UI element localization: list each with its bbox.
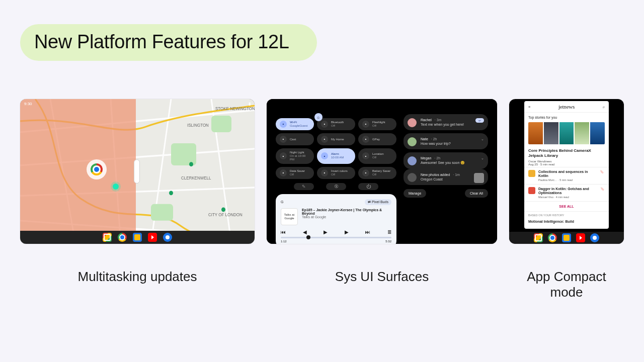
media-progress[interactable] (281, 237, 391, 238)
media-rew-icon[interactable]: ◀ (303, 229, 307, 235)
svg-rect-2 (211, 116, 231, 132)
settings-icon[interactable] (163, 233, 172, 242)
qs-tile-alarm[interactable]: •Alarm10:00 AM (317, 148, 355, 164)
tablet-multitasking: ISLINGTON CLERKENWELL STOKE NEWINGTON CI… (20, 99, 255, 244)
tile-icon: • (321, 136, 328, 143)
notification[interactable]: Megan · 2hAwesome! See you soon 😊⌄ (404, 152, 488, 169)
search-icon[interactable]: ⌕ (603, 105, 605, 109)
chevron-down-icon[interactable]: ⌄ (481, 137, 484, 141)
tile-icon: • (321, 152, 328, 159)
media-next-icon[interactable]: ⏭ (365, 229, 370, 235)
hero-title[interactable]: Core Principles Behind CameraX Jetpack L… (524, 146, 609, 160)
manage-button[interactable]: Manage (404, 189, 426, 198)
settings-icon[interactable] (590, 233, 599, 242)
qs-tile-night-light[interactable]: •Night LightOn at 10:00 PM (276, 148, 314, 164)
article-item[interactable]: Collections and sequences in KotlinPaoli… (524, 167, 609, 184)
see-all-link[interactable]: SEE ALL (524, 201, 609, 211)
qs-tile-wi-fi[interactable]: •Wi-FiGoogleGuest (276, 118, 314, 130)
qs-edit-button[interactable]: ✎ (294, 183, 314, 190)
status-time: 9:30 (24, 102, 32, 106)
svg-text:CLERKENWELL: CLERKENWELL (181, 175, 211, 180)
qs-tile-bluetooth[interactable]: •BluetoothOff (317, 118, 355, 130)
calendar-icon[interactable] (562, 233, 571, 242)
photo-thumb (474, 173, 484, 183)
qs-tile-invert-colors[interactable]: •Invert colorsOff (317, 167, 355, 179)
chrome-icon[interactable] (87, 159, 107, 179)
qs-tile-location[interactable]: •LocationOff (358, 148, 396, 164)
reply-chip[interactable]: ↩ (475, 118, 484, 123)
avatar-icon (408, 173, 417, 182)
card-sysui: 12:00 ☼ •Wi-FiGoogleGuest•BluetoothOff•F… (267, 99, 497, 285)
brightness-icon: ☼ (314, 113, 323, 121)
tile-icon: • (321, 121, 328, 128)
calendar-icon[interactable] (133, 233, 142, 242)
chrome-icon[interactable] (118, 233, 127, 242)
section-header: Top stories for you (524, 113, 609, 120)
bookmark-icon[interactable]: 🔖 (600, 187, 605, 192)
media-app-icon: G (281, 200, 283, 204)
menu-icon[interactable]: ≡ (528, 105, 530, 109)
qs-tiles: •Wi-FiGoogleGuest•BluetoothOff•Flashligh… (276, 118, 396, 179)
media-prev-icon[interactable]: ⏮ (281, 229, 286, 235)
notification-panel: Rachel · 3mText me when you get here!↩Na… (404, 114, 488, 235)
footer-title: Motional Intelligence: Build (524, 219, 609, 223)
bookmark-icon[interactable]: 🔖 (600, 170, 605, 175)
svg-point-8 (189, 162, 193, 166)
notification[interactable]: New photos added · 1mOregon Coast (404, 169, 488, 185)
gmail-icon[interactable] (103, 233, 112, 242)
youtube-icon[interactable] (148, 233, 157, 242)
notification[interactable]: Rachel · 3mText me when you get here!↩ (404, 114, 488, 130)
tile-icon: • (280, 136, 287, 143)
media-art: Talks at Google (281, 208, 298, 225)
statusbar: 9:30 ▮ (20, 99, 255, 108)
media-play-icon[interactable]: ▶ (324, 229, 328, 235)
qs-pager: ✎ ⦿ ⏻ (276, 183, 396, 190)
svg-text:ISLINGTON: ISLINGTON (187, 123, 209, 128)
quick-settings-panel: ☼ •Wi-FiGoogleGuest•BluetoothOff•Flashli… (276, 114, 396, 235)
caption-sysui: Sys UI Surfaces (335, 269, 429, 285)
media-subtitle: Talks at Google (302, 215, 391, 219)
qs-tile-cast[interactable]: •Cast (276, 133, 314, 145)
avatar-icon (408, 156, 417, 165)
chrome-icon[interactable] (548, 233, 557, 242)
hero-byline: Oscar WandtreesAug 25 · 5 min read (524, 160, 609, 167)
tile-icon: • (362, 169, 369, 176)
chevron-down-icon[interactable]: ⌄ (481, 156, 484, 160)
article-thumb (528, 170, 535, 177)
appbar: ≡ jetnews ⌕ (524, 101, 609, 113)
media-fwd-icon[interactable]: ▶ (345, 229, 349, 235)
gmail-icon[interactable] (534, 233, 543, 242)
compact-app-panel: ≡ jetnews ⌕ Top stories for you Core Pri… (524, 101, 609, 229)
based-on-history-label: BASED ON YOUR HISTORY (524, 211, 609, 219)
media-queue-icon[interactable]: ≣ (387, 229, 391, 235)
qs-tile-flashlight[interactable]: •FlashlightOff (358, 118, 396, 130)
qs-power-button[interactable]: ⏻ (358, 183, 378, 190)
article-item[interactable]: Dagger in Kotlin: Gotchas and Optimizati… (524, 184, 609, 201)
youtube-icon[interactable] (576, 233, 585, 242)
qs-tile-my-home[interactable]: •My Home (317, 133, 355, 145)
avatar-icon (408, 118, 417, 127)
qs-tile-gpay[interactable]: •GPay (358, 133, 396, 145)
tile-icon: • (362, 152, 369, 159)
chrome-split-overlay (20, 99, 136, 231)
tablet-compact: ≡ jetnews ⌕ Top stories for you Core Pri… (509, 99, 624, 244)
clear-all-button[interactable]: Clear All (465, 189, 488, 198)
cards-row: ISLINGTON CLERKENWELL STOKE NEWINGTON CI… (20, 99, 624, 300)
taskbar (509, 232, 624, 244)
status-icons: ▮ (249, 102, 251, 106)
card-multitasking: ISLINGTON CLERKENWELL STOKE NEWINGTON CI… (20, 99, 255, 285)
svg-rect-1 (171, 143, 196, 165)
media-output-chip[interactable]: ⇄ Pixel Buds (365, 199, 391, 205)
taskbar (20, 231, 255, 244)
caption-compact: App Compact mode (509, 269, 624, 300)
hero-carousel[interactable] (528, 122, 605, 144)
app-title: jetnews (558, 104, 575, 110)
qs-tile-battery-saver[interactable]: •Battery SaverOff (358, 167, 396, 179)
avatar-icon (408, 137, 417, 146)
tablet-sysui: 12:00 ☼ •Wi-FiGoogleGuest•BluetoothOff•F… (267, 99, 497, 244)
notification[interactable]: Nate · 2hHow was your trip?⌄ (404, 133, 488, 149)
qs-user-button[interactable]: ⦿ (326, 183, 346, 190)
split-drag-handle[interactable] (134, 159, 140, 184)
qs-tile-data-saver[interactable]: •Data SaverOff (276, 167, 314, 179)
caption-multitasking: Multitasking updates (77, 269, 197, 285)
